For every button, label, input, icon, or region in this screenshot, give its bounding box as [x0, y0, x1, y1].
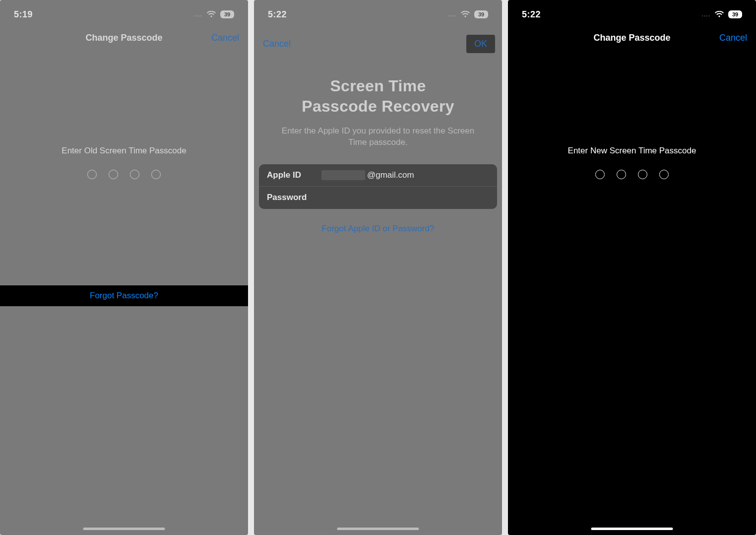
cancel-button[interactable]: Cancel [263, 39, 291, 49]
apple-id-redacted [321, 170, 365, 180]
wifi-icon [714, 11, 724, 18]
passcode-dot [151, 170, 161, 179]
cancel-button[interactable]: Cancel [719, 33, 747, 43]
screen-new-passcode: 5:22 .... 39 Change Passcode Cancel Ente… [508, 0, 756, 535]
status-time: 5:19 [14, 9, 33, 20]
home-indicator[interactable] [83, 528, 165, 530]
forgot-passcode-bar: Forgot Passcode? [0, 285, 248, 306]
passcode-dots[interactable] [0, 170, 248, 179]
status-bar: 5:22 .... 39 [254, 0, 502, 27]
forgot-apple-id-link[interactable]: Forgot Apple ID or Password? [254, 224, 502, 234]
apple-id-domain: @gmail.com [367, 170, 414, 180]
recovery-title: Screen Time Passcode Recovery [254, 76, 502, 117]
apple-id-label: Apple ID [267, 170, 321, 180]
status-right: .... 39 [194, 10, 234, 18]
passcode-dot [109, 170, 118, 179]
status-right: .... 39 [448, 10, 488, 18]
battery-level: 39 [478, 11, 484, 17]
passcode-prompt: Enter Old Screen Time Passcode [0, 146, 248, 156]
cancel-button[interactable]: Cancel [211, 33, 239, 43]
cellular-dots-icon: .... [448, 11, 456, 18]
cellular-dots-icon: .... [194, 11, 202, 18]
nav-title: Change Passcode [593, 33, 670, 43]
title-line1: Screen Time [330, 77, 426, 95]
passcode-dot [617, 170, 626, 179]
nav-bar: Change Passcode Cancel [508, 27, 756, 49]
status-right: .... 39 [702, 10, 742, 18]
wifi-icon [460, 11, 470, 18]
battery-icon: 39 [474, 10, 488, 18]
status-time: 5:22 [268, 9, 287, 20]
password-label: Password [267, 193, 321, 202]
password-row[interactable]: Password [259, 187, 497, 209]
nav-title: Change Passcode [85, 33, 162, 43]
recovery-subtitle: Enter the Apple ID you provided to reset… [254, 126, 502, 148]
home-indicator[interactable] [591, 528, 673, 530]
cellular-dots-icon: .... [702, 11, 710, 18]
passcode-dot [638, 170, 647, 179]
status-bar: 5:22 .... 39 [508, 0, 756, 27]
screen-recovery: 5:22 .... 39 Cancel OK Screen Time Passc… [254, 0, 502, 535]
apple-id-row[interactable]: Apple ID @gmail.com [259, 164, 497, 187]
passcode-dot [130, 170, 139, 179]
passcode-dot [87, 170, 97, 179]
passcode-dot [659, 170, 669, 179]
status-bar: 5:19 .... 39 [0, 0, 248, 27]
ok-button[interactable]: OK [466, 35, 495, 53]
battery-level: 39 [732, 11, 738, 17]
battery-level: 39 [224, 11, 230, 17]
title-line2: Passcode Recovery [302, 97, 454, 115]
wifi-icon [206, 11, 216, 18]
battery-icon: 39 [728, 10, 742, 18]
status-time: 5:22 [522, 9, 541, 20]
sheet-nav: Cancel OK [254, 27, 502, 58]
passcode-prompt: Enter New Screen Time Passcode [508, 146, 756, 156]
battery-icon: 39 [220, 10, 234, 18]
passcode-dot [595, 170, 605, 179]
passcode-dots[interactable] [508, 170, 756, 179]
forgot-passcode-link[interactable]: Forgot Passcode? [90, 291, 158, 301]
apple-id-value: @gmail.com [321, 170, 414, 180]
home-indicator[interactable] [337, 528, 419, 530]
nav-bar: Change Passcode Cancel [0, 27, 248, 49]
screen-old-passcode: 5:19 .... 39 Change Passcode Cancel Ente… [0, 0, 248, 535]
credentials-form: Apple ID @gmail.com Password [259, 164, 497, 209]
